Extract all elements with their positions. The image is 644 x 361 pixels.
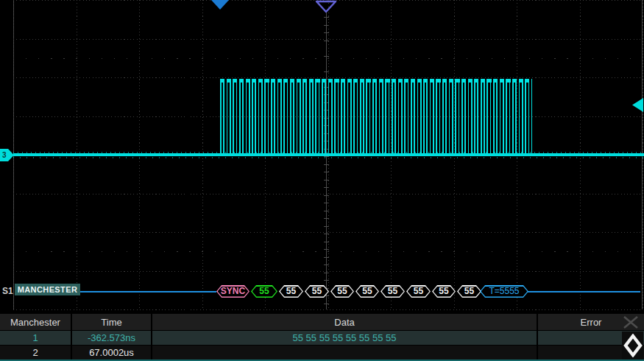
cell-data: 55 55 55 55 55 55 55 55 <box>152 331 538 345</box>
decode-protocol-label[interactable]: MANCHESTER <box>15 284 80 295</box>
decode-bubble-label: 55 <box>381 285 405 298</box>
trace-burst <box>220 79 532 155</box>
decode-bubble-data: 55 <box>457 285 481 298</box>
minor-tick-row <box>13 251 643 252</box>
decode-bubble-label: SYNC <box>216 285 250 298</box>
navigate-diamond-icon[interactable] <box>622 332 643 360</box>
decode-bubble-data: 55 <box>279 285 303 298</box>
table-body: 1-362.573ns55 55 55 55 55 55 55 55267.00… <box>0 330 644 360</box>
cell-time: -362.573ns <box>72 331 152 345</box>
decode-bubble-label: T=5555 <box>480 285 528 298</box>
decode-bubble-label: 55 <box>305 285 329 298</box>
oscilloscope-screen: 3 S1 MANCHESTER SYNC555555555555555555T=… <box>0 0 644 361</box>
decode-bubble-label: 55 <box>457 285 481 298</box>
table-row[interactable]: 267.0002us <box>0 345 644 360</box>
trace-burst-top <box>220 79 532 83</box>
cell-data <box>152 346 538 360</box>
table-header-row: Manchester Time Data Error <box>0 314 644 330</box>
minor-tick-row <box>13 58 643 59</box>
decode-results-table: Manchester Time Data Error 1-362.573ns55… <box>0 314 644 361</box>
cell-manchester: 2 <box>0 346 72 360</box>
decode-bubble-label: 55 <box>406 285 431 298</box>
decode-bus-line-left <box>80 291 216 292</box>
column-header-data: Data <box>152 314 538 330</box>
channel-offset-marker-icon[interactable]: 3 <box>0 149 14 161</box>
cell-manchester: 1 <box>0 331 72 345</box>
column-header-time: Time <box>72 314 152 330</box>
decode-bubble-label: 55 <box>279 285 303 298</box>
decode-bubble-data: 55 <box>406 285 431 298</box>
trigger-delay-marker-icon[interactable] <box>315 0 337 16</box>
column-header-manchester: Manchester <box>0 314 72 330</box>
cell-time: 67.0002us <box>72 346 152 360</box>
decode-bus-line-right <box>528 291 640 292</box>
gridline-h <box>13 309 643 310</box>
decode-bubble-first: 55 <box>251 285 277 298</box>
table-row[interactable]: 1-362.573ns55 55 55 55 55 55 55 55 <box>0 330 644 345</box>
close-icon[interactable] <box>622 315 640 329</box>
decode-bubble-data: 55 <box>305 285 329 298</box>
decode-source-label: S1 <box>2 286 13 296</box>
decode-bubble-sync: SYNC <box>216 285 250 298</box>
decode-bubble-tail: T=5555 <box>480 285 528 298</box>
decode-bubble-data: 55 <box>381 285 405 298</box>
decode-bubble-label: 55 <box>251 285 277 298</box>
